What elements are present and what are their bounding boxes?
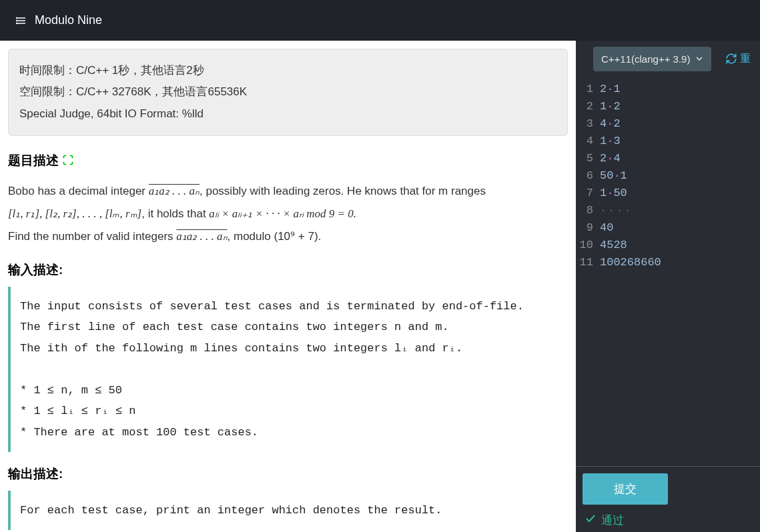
svg-point-5 — [17, 23, 17, 23]
code-content: 4528 — [596, 237, 627, 254]
code-content: 1·2 — [596, 98, 621, 115]
status-pass: 通过 — [583, 513, 753, 528]
code-editor[interactable]: 12·121·234·241·352·4650·171·508····94010… — [576, 77, 760, 466]
line-number: 4 — [576, 133, 596, 150]
line-number: 1 — [576, 81, 596, 98]
code-line[interactable]: 8···· — [576, 202, 760, 219]
svg-point-4 — [17, 20, 17, 21]
problem-panel: 时间限制：C/C++ 1秒，其他语言2秒 空间限制：C/C++ 32768K，其… — [0, 41, 576, 532]
line-number: 6 — [576, 167, 596, 185]
menu-icon[interactable] — [16, 15, 27, 26]
expand-icon[interactable]: ⛶ — [63, 155, 73, 167]
code-content: 100268660 — [596, 254, 661, 271]
svg-point-3 — [17, 17, 17, 18]
code-line[interactable]: 71·50 — [576, 185, 760, 202]
code-content: 50·1 — [596, 167, 627, 185]
reload-button[interactable]: 重 — [725, 52, 751, 66]
code-content: 1·50 — [596, 185, 627, 202]
time-limit: 时间限制：C/C++ 1秒，其他语言2秒 — [19, 60, 556, 81]
line-number: 11 — [576, 254, 596, 271]
code-line[interactable]: 21·2 — [576, 98, 760, 115]
code-line[interactable]: 650·1 — [576, 167, 760, 185]
code-content: 1·3 — [596, 133, 621, 150]
page-header: Modulo Nine — [0, 0, 760, 41]
problem-limits: 时间限制：C/C++ 1秒，其他语言2秒 空间限制：C/C++ 32768K，其… — [8, 49, 568, 136]
line-number: 8 — [576, 202, 596, 219]
main-container: 时间限制：C/C++ 1秒，其他语言2秒 空间限制：C/C++ 32768K，其… — [0, 41, 760, 532]
line-number: 5 — [576, 150, 596, 167]
code-line[interactable]: 52·4 — [576, 150, 760, 167]
code-content: 40 — [596, 219, 613, 237]
code-line[interactable]: 34·2 — [576, 115, 760, 133]
check-icon — [585, 513, 596, 527]
code-content: 4·2 — [596, 115, 621, 133]
line-number: 7 — [576, 185, 596, 202]
editor-bottom-bar: 提交 通过 — [576, 466, 760, 532]
special-judge: Special Judge, 64bit IO Format: %lld — [19, 103, 556, 125]
submit-button[interactable]: 提交 — [583, 473, 668, 505]
line-number: 2 — [576, 98, 596, 115]
description-heading: 题目描述 ⛶ — [8, 152, 568, 169]
chevron-down-icon — [695, 53, 703, 65]
code-line[interactable]: 12·1 — [576, 81, 760, 98]
language-select[interactable]: C++11(clang++ 3.9) — [593, 47, 711, 71]
output-heading: 输出描述: — [8, 465, 568, 483]
input-heading: 输入描述: — [8, 261, 568, 279]
output-description: For each test case, print an integer whi… — [8, 491, 568, 530]
code-content: ···· — [596, 202, 633, 219]
line-number: 9 — [576, 219, 596, 237]
line-number: 10 — [576, 237, 596, 254]
editor-topbar: C++11(clang++ 3.9) 重 — [576, 41, 760, 77]
memory-limit: 空间限制：C/C++ 32768K，其他语言65536K — [19, 81, 556, 103]
input-description: The input consists of several test cases… — [8, 287, 568, 452]
problem-title: Modulo Nine — [35, 13, 102, 27]
code-line[interactable]: 104528 — [576, 237, 760, 254]
code-content: 2·1 — [596, 81, 621, 98]
code-line[interactable]: 11100268660 — [576, 254, 760, 271]
code-content: 2·4 — [596, 150, 621, 167]
editor-panel: C++11(clang++ 3.9) 重 12·121·234·241·352·… — [576, 41, 760, 532]
problem-description: Bobo has a decimal integer a₁a₂ . . . aₙ… — [8, 180, 568, 248]
code-line[interactable]: 940 — [576, 219, 760, 237]
line-number: 3 — [576, 115, 596, 133]
code-line[interactable]: 41·3 — [576, 133, 760, 150]
